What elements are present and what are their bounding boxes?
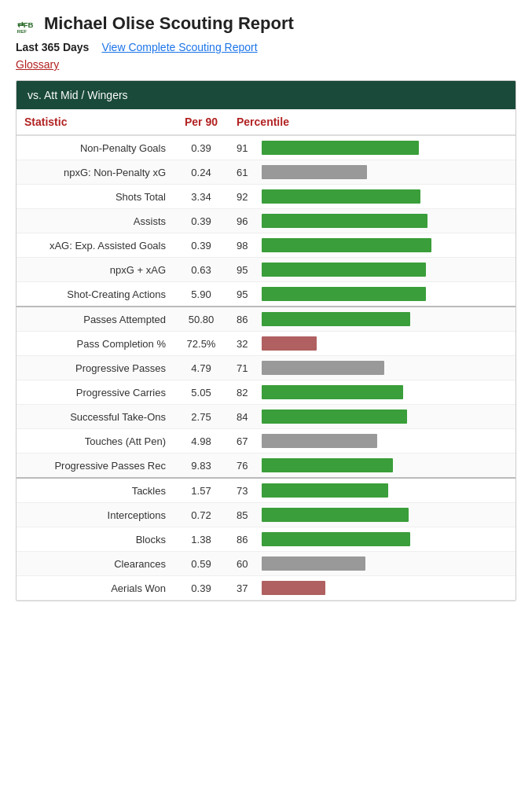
percentile-number: 67	[237, 435, 257, 447]
percentile-bar-bg	[262, 532, 450, 546]
stat-name: Progressive Passes Rec	[17, 454, 174, 479]
stat-per90: 5.05	[174, 380, 229, 405]
table-row: Progressive Passes Rec9.8376	[17, 454, 515, 479]
table-header-row: Statistic Per 90 Percentile	[17, 109, 515, 135]
table-row: npxG + xAG0.6395	[17, 258, 515, 282]
percentile-bar-bg	[262, 336, 450, 351]
table-row: Shots Total3.3492	[17, 185, 515, 209]
stat-percentile-cell: 95	[229, 282, 515, 307]
stat-percentile-cell: 85	[229, 503, 515, 527]
stat-per90: 0.39	[174, 135, 229, 160]
stat-percentile-cell: 60	[229, 552, 515, 576]
percentile-bar-fill	[262, 508, 409, 522]
percentile-bar-fill	[262, 385, 403, 399]
percentile-bar-bg	[262, 385, 450, 399]
stat-per90: 2.75	[174, 405, 229, 429]
stat-percentile-cell: 84	[229, 405, 515, 429]
table-row: Assists0.3996	[17, 209, 515, 233]
col-per90: Per 90	[174, 109, 229, 135]
view-complete-report-link[interactable]: View Complete Scouting Report	[101, 41, 257, 53]
table-row: Tackles1.5773	[17, 478, 515, 503]
scouting-table: Statistic Per 90 Percentile Non-Penalty …	[17, 109, 515, 601]
percentile-number: 91	[237, 142, 257, 154]
percentile-bar-fill	[262, 238, 431, 252]
percentile-number: 95	[237, 288, 257, 300]
percentile-bar-bg	[262, 556, 450, 571]
percentile-number: 84	[237, 411, 257, 423]
stat-percentile-cell: 67	[229, 429, 515, 454]
table-row: Passes Attempted50.8086	[17, 307, 515, 332]
table-row: xAG: Exp. Assisted Goals0.3998	[17, 233, 515, 258]
stat-name: Progressive Passes	[17, 356, 174, 380]
stat-percentile-cell: 95	[229, 258, 515, 282]
table-row: npxG: Non-Penalty xG0.2461	[17, 160, 515, 185]
percentile-bar-bg	[262, 483, 450, 498]
table-row: Non-Penalty Goals0.3991	[17, 135, 515, 160]
table-row: Clearances0.5960	[17, 552, 515, 576]
percentile-bar-fill	[262, 410, 407, 424]
table-row: Interceptions0.7285	[17, 503, 515, 527]
percentile-bar-bg	[262, 434, 450, 448]
percentile-bar-bg	[262, 238, 450, 252]
stat-name: Shot-Creating Actions	[17, 282, 174, 307]
stat-per90: 0.39	[174, 233, 229, 258]
table-row: Touches (Att Pen)4.9867	[17, 429, 515, 454]
scouting-table-wrapper: vs. Att Mid / Wingers Statistic Per 90 P…	[16, 80, 516, 601]
stat-per90: 0.63	[174, 258, 229, 282]
stat-name: Successful Take-Ons	[17, 405, 174, 429]
percentile-number: 32	[237, 338, 257, 350]
stat-name: Passes Attempted	[17, 307, 174, 332]
stat-name: npxG: Non-Penalty xG	[17, 160, 174, 185]
stat-percentile-cell: 92	[229, 185, 515, 209]
percentile-bar-bg	[262, 165, 450, 179]
stat-per90: 0.59	[174, 552, 229, 576]
percentile-bar-bg	[262, 581, 450, 595]
percentile-bar-bg	[262, 508, 450, 522]
percentile-number: 86	[237, 534, 257, 545]
subtitle-row: Last 365 Days View Complete Scouting Rep…	[16, 41, 516, 53]
stat-percentile-cell: 32	[229, 332, 515, 356]
stat-percentile-cell: 71	[229, 356, 515, 380]
percentile-number: 71	[237, 362, 257, 374]
stat-percentile-cell: 91	[229, 135, 515, 160]
percentile-number: 76	[237, 460, 257, 472]
stat-per90: 1.38	[174, 527, 229, 552]
stat-name: xAG: Exp. Assisted Goals	[17, 233, 174, 258]
stat-name: Assists	[17, 209, 174, 233]
stat-name: Shots Total	[17, 185, 174, 209]
stat-per90: 1.57	[174, 478, 229, 503]
percentile-number: 86	[237, 314, 257, 325]
stat-percentile-cell: 82	[229, 380, 515, 405]
stat-name: Blocks	[17, 527, 174, 552]
percentile-bar-bg	[262, 458, 450, 472]
percentile-bar-fill	[262, 336, 317, 351]
stat-per90: 0.72	[174, 503, 229, 527]
percentile-number: 98	[237, 240, 257, 252]
percentile-bar-fill	[262, 483, 388, 498]
position-group-header: vs. Att Mid / Wingers	[17, 81, 515, 109]
table-row: Pass Completion %72.5%32	[17, 332, 515, 356]
table-row: Successful Take-Ons2.7584	[17, 405, 515, 429]
percentile-bar-fill	[262, 312, 410, 326]
stat-name: Progressive Carries	[17, 380, 174, 405]
percentile-bar-bg	[262, 410, 450, 424]
percentile-number: 73	[237, 485, 257, 497]
col-percentile: Percentile	[229, 109, 515, 135]
stat-name: Pass Completion %	[17, 332, 174, 356]
percentile-bar-bg	[262, 189, 450, 204]
col-statistic: Statistic	[17, 109, 174, 135]
fbref-logo: ⇄FB REF	[16, 13, 38, 35]
percentile-number: 95	[237, 264, 257, 276]
stat-percentile-cell: 76	[229, 454, 515, 479]
page-title: Michael Olise Scouting Report	[44, 13, 294, 34]
percentile-bar-fill	[262, 581, 325, 595]
percentile-number: 92	[237, 191, 257, 203]
stat-name: Aerials Won	[17, 576, 174, 601]
stat-percentile-cell: 61	[229, 160, 515, 185]
percentile-number: 85	[237, 509, 257, 521]
percentile-bar-bg	[262, 312, 450, 326]
glossary-link[interactable]: Glossary	[16, 58, 59, 71]
stat-name: Touches (Att Pen)	[17, 429, 174, 454]
period-label: Last 365 Days	[16, 41, 89, 53]
stat-name: Clearances	[17, 552, 174, 576]
